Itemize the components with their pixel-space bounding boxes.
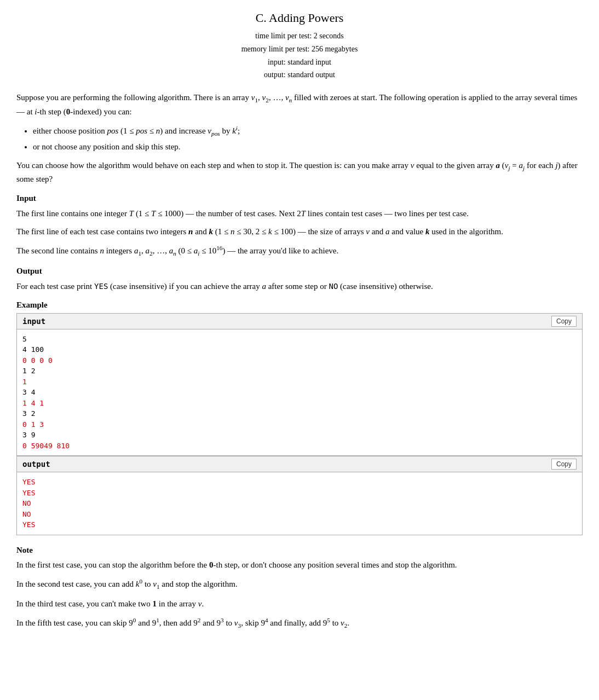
problem-meta: time limit per test: 2 seconds memory li… [16,30,583,82]
input-label: input [22,317,45,326]
note-paragraph-4: In the fifth test case, you can skip 90 … [16,616,583,630]
problem-statement: Suppose you are performing the following… [16,91,583,186]
output-type: output: standard output [16,68,583,82]
operation-1: either choose position pos (1 ≤ pos ≤ n)… [33,124,583,138]
input-section-title: Input [16,192,583,205]
note-paragraph-2: In the second test case, you can add k0 … [16,577,583,592]
operation-2: or not choose any position and skip this… [33,141,583,153]
output-label: output [22,460,50,468]
output-code-block: output Copy YES YES NO NO YES [16,456,583,535]
time-limit: time limit per test: 2 seconds [16,30,583,43]
operation-list: either choose position pos (1 ≤ pos ≤ n)… [33,124,583,154]
input-copy-button[interactable]: Copy [551,316,577,327]
input-section: Input The first line contains one intege… [16,192,583,258]
output-code-header: output Copy [17,456,582,472]
note-title: Note [16,544,583,557]
output-paragraph: For each test case print YES (case insen… [16,280,583,293]
note-paragraph-1: In the first test case, you can stop the… [16,559,583,571]
output-section-title: Output [16,265,583,277]
input-paragraph-3: The second line contains n integers a1, … [16,244,583,258]
input-code-content: 5 4 100 0 0 0 0 1 2 1 3 4 1 4 1 3 2 0 1 … [17,329,582,456]
output-copy-button[interactable]: Copy [551,459,577,470]
example-section: Example input Copy 5 4 100 0 0 0 0 1 2 1… [16,300,583,535]
input-type: input: standard input [16,56,583,69]
output-code-content: YES YES NO NO YES [17,472,582,535]
problem-title: C. Adding Powers [16,11,583,25]
intro-paragraph: Suppose you are performing the following… [16,91,583,118]
input-paragraph-2: The first line of each test case contain… [16,225,583,238]
input-code-block: input Copy 5 4 100 0 0 0 0 1 2 1 3 4 1 4… [16,313,583,456]
note-paragraph-3: In the third test case, you can't make t… [16,598,583,610]
memory-limit: memory limit per test: 256 megabytes [16,43,583,56]
note-section: Note In the first test case, you can sto… [16,544,583,631]
example-title: Example [16,300,583,310]
output-section: Output For each test case print YES (cas… [16,265,583,293]
input-paragraph-1: The first line contains one integer T (1… [16,207,583,220]
input-code-header: input Copy [17,314,582,329]
question-paragraph: You can choose how the algorithm would b… [16,159,583,186]
